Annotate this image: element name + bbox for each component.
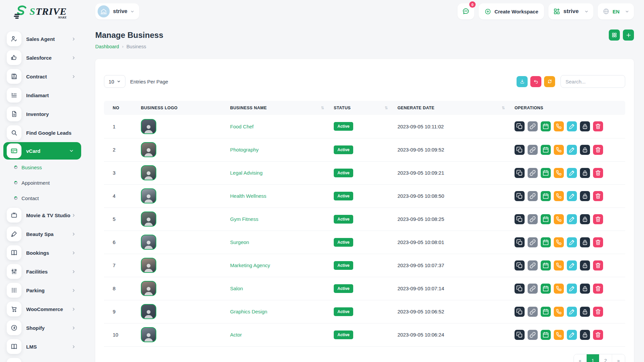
trash-action-button[interactable] — [593, 260, 603, 270]
sidebar-subitem-contact[interactable]: Contact — [0, 190, 86, 206]
trash-action-button[interactable] — [593, 307, 603, 317]
copy-action-button[interactable] — [515, 214, 525, 224]
copy-action-button[interactable] — [515, 121, 525, 131]
business-name-link[interactable]: Food Chef — [230, 124, 254, 129]
trash-action-button[interactable] — [593, 191, 603, 201]
sidebar-item-beauty-spa[interactable]: Beauty Spa — [0, 225, 86, 243]
pencil-action-button[interactable] — [567, 284, 577, 294]
pencil-action-button[interactable] — [567, 237, 577, 247]
pagination-page-2[interactable]: 2 — [599, 354, 612, 362]
copy-action-button[interactable] — [515, 307, 525, 317]
phone-action-button[interactable] — [554, 145, 564, 155]
phone-action-button[interactable] — [554, 284, 564, 294]
link-action-button[interactable] — [528, 145, 538, 155]
link-action-button[interactable] — [528, 121, 538, 131]
sidebar-item-facilities[interactable]: Facilities — [0, 262, 86, 281]
business-name-link[interactable]: Graphics Design — [230, 309, 267, 314]
pagination-next-button[interactable]: » — [612, 354, 625, 362]
sidebar-subitem-business[interactable]: Business — [0, 160, 86, 175]
calendar-action-button[interactable] — [541, 191, 551, 201]
trash-action-button[interactable] — [593, 237, 603, 247]
column-header-generate-date[interactable]: GENERATE DATE⇅ — [397, 101, 515, 115]
business-name-link[interactable]: Health Wellness — [230, 193, 266, 199]
entries-per-page-select[interactable]: 10 — [104, 75, 125, 88]
phone-action-button[interactable] — [554, 260, 564, 270]
workspace-switcher[interactable]: strive — [548, 3, 593, 19]
sidebar-item-sales-agent[interactable]: Sales Agent — [0, 29, 86, 48]
lock-action-button[interactable] — [580, 237, 590, 247]
search-input[interactable] — [560, 75, 625, 88]
business-name-link[interactable]: Actor — [230, 332, 242, 338]
link-action-button[interactable] — [528, 260, 538, 270]
lock-action-button[interactable] — [580, 307, 590, 317]
sidebar-item-find-google-leads[interactable]: Find Google Leads — [0, 123, 86, 142]
pencil-action-button[interactable] — [567, 214, 577, 224]
add-business-button[interactable] — [623, 29, 634, 41]
export-download-button[interactable] — [517, 76, 528, 87]
lock-action-button[interactable] — [580, 121, 590, 131]
link-action-button[interactable] — [528, 330, 538, 340]
copy-action-button[interactable] — [515, 237, 525, 247]
phone-action-button[interactable] — [554, 191, 564, 201]
calendar-action-button[interactable] — [541, 330, 551, 340]
lock-action-button[interactable] — [580, 284, 590, 294]
undo-button[interactable] — [530, 76, 541, 87]
calendar-action-button[interactable] — [541, 145, 551, 155]
sidebar-item-lms[interactable]: LMS — [0, 337, 86, 356]
business-name-link[interactable]: Salon — [230, 286, 243, 291]
lock-action-button[interactable] — [580, 330, 590, 340]
business-name-link[interactable]: Photography — [230, 147, 259, 153]
link-action-button[interactable] — [528, 237, 538, 247]
link-action-button[interactable] — [528, 284, 538, 294]
sidebar-subitem-appointment[interactable]: Appointment — [0, 175, 86, 190]
sort-icon[interactable]: ⇅ — [321, 106, 324, 110]
grid-view-button[interactable] — [609, 29, 620, 41]
trash-action-button[interactable] — [593, 214, 603, 224]
calendar-action-button[interactable] — [541, 237, 551, 247]
pagination-page-1[interactable]: 1 — [587, 354, 599, 362]
business-name-link[interactable]: Surgeon — [230, 239, 249, 245]
phone-action-button[interactable] — [554, 237, 564, 247]
business-name-link[interactable]: Gym Fitness — [230, 216, 258, 222]
pencil-action-button[interactable] — [567, 260, 577, 270]
refresh-button[interactable] — [544, 76, 555, 87]
sidebar-item-bookings[interactable]: Bookings — [0, 243, 86, 262]
link-action-button[interactable] — [528, 191, 538, 201]
phone-action-button[interactable] — [554, 214, 564, 224]
pagination-prev-button[interactable]: « — [574, 354, 587, 362]
sidebar-item-shopify[interactable]: Shopify — [0, 318, 86, 337]
link-action-button[interactable] — [528, 168, 538, 178]
chat-button[interactable]: 0 — [458, 3, 474, 19]
copy-action-button[interactable] — [515, 168, 525, 178]
sidebar-item-woocommerce[interactable]: WooCommerce — [0, 300, 86, 318]
phone-action-button[interactable] — [554, 121, 564, 131]
app-logo[interactable]: STRIVE MAKE — [0, 5, 86, 24]
column-header-status[interactable]: STATUS⇅ — [334, 101, 397, 115]
lock-action-button[interactable] — [580, 214, 590, 224]
pencil-action-button[interactable] — [567, 191, 577, 201]
breadcrumb-dashboard-link[interactable]: Dashboard — [95, 44, 119, 49]
pencil-action-button[interactable] — [567, 145, 577, 155]
pencil-action-button[interactable] — [567, 121, 577, 131]
sidebar-item-movie-tv-studio[interactable]: Movie & TV Studio — [0, 206, 86, 225]
sidebar-item-indiamart[interactable]: Indiamart — [0, 86, 86, 105]
copy-action-button[interactable] — [515, 145, 525, 155]
pencil-action-button[interactable] — [567, 330, 577, 340]
calendar-action-button[interactable] — [541, 260, 551, 270]
business-name-link[interactable]: Marketing Agency — [230, 262, 270, 268]
calendar-action-button[interactable] — [541, 168, 551, 178]
sort-icon[interactable]: ⇅ — [385, 106, 388, 110]
lock-action-button[interactable] — [580, 191, 590, 201]
trash-action-button[interactable] — [593, 145, 603, 155]
sidebar-item-school-institute[interactable]: School & Institute — [0, 356, 86, 362]
trash-action-button[interactable] — [593, 330, 603, 340]
calendar-action-button[interactable] — [541, 284, 551, 294]
lock-action-button[interactable] — [580, 168, 590, 178]
calendar-action-button[interactable] — [541, 214, 551, 224]
sidebar-item-contract[interactable]: Contract — [0, 67, 86, 86]
business-name-link[interactable]: Legal Advising — [230, 170, 263, 176]
column-header-business-name[interactable]: BUSINESS NAME⇅ — [230, 101, 334, 115]
copy-action-button[interactable] — [515, 260, 525, 270]
pencil-action-button[interactable] — [567, 168, 577, 178]
phone-action-button[interactable] — [554, 168, 564, 178]
